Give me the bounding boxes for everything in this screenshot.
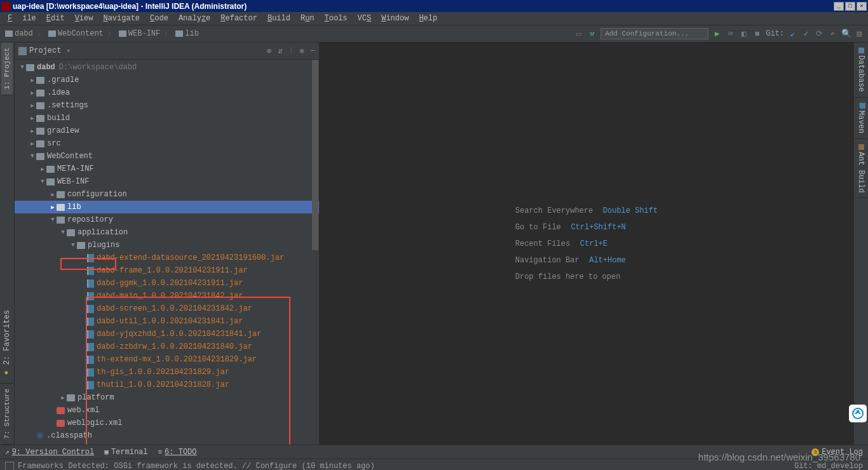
tree-folder-platform[interactable]: ▶platform — [15, 391, 319, 404]
crumb-webcontent[interactable]: WebContent — [47, 29, 105, 38]
tab-todo[interactable]: ≡ 6: TODO — [158, 448, 196, 457]
vcs-update-icon[interactable]: ↙ — [788, 29, 797, 39]
tree-jar[interactable]: dabd-frame_1.0.0.202104231911.jar — [15, 264, 319, 277]
tree-file-webxml[interactable]: web.xml — [15, 404, 319, 417]
menu-vcs[interactable]: VCS — [353, 13, 377, 24]
welcome-search-key: Double Shift — [603, 206, 658, 215]
tree-folder-lib[interactable]: ▶lib — [15, 201, 319, 213]
tab-structure[interactable]: 7: Structure — [1, 384, 13, 445]
tree-folder-repository[interactable]: ▼repository — [15, 213, 319, 226]
tree-root[interactable]: ▼dabdD:\workspace\dabd — [15, 61, 319, 74]
toolwindow-toggle-icon[interactable] — [5, 462, 14, 471]
menu-run[interactable]: Run — [295, 13, 320, 24]
menu-tools[interactable]: Tools — [320, 13, 353, 24]
tree-folder-gradlew[interactable]: ▶gradlew — [15, 124, 319, 137]
left-tool-stripe: 1: Project ★ 2: Favorites 7: Structure — [0, 43, 15, 445]
tree-jar[interactable]: dabd-screen_1.0.0.202104231842.jar — [15, 302, 319, 315]
menu-edit[interactable]: Edit — [41, 13, 70, 24]
crumb-dabd[interactable]: dabd — [4, 29, 34, 38]
tree-folder-webinf[interactable]: ▼WEB-INF — [15, 175, 319, 188]
close-button[interactable]: × — [857, 2, 867, 11]
run-configuration-selector[interactable]: Add Configuration... — [600, 28, 709, 39]
tree-folder-gradle[interactable]: ▶.gradle — [15, 74, 319, 86]
menubar: File Edit View Navigate Code Analyze Ref… — [0, 12, 868, 25]
app-icon — [1, 2, 10, 11]
tab-ant[interactable]: Ant Build — [855, 139, 867, 199]
teamviewer-icon[interactable] — [849, 405, 867, 422]
tree-folder-configuration[interactable]: ▶configuration — [15, 188, 319, 201]
tree-jar[interactable]: th-gis_1.0.0.202104231829.jar — [15, 366, 319, 379]
tree-folder-plugins[interactable]: ▼plugins — [15, 239, 319, 252]
welcome-recent-key: Ctrl+E — [580, 239, 607, 248]
tree-jar[interactable]: th-extend-mx_1.0.0.202104231829.jar — [15, 353, 319, 366]
event-log-button[interactable]: 3 Event Log — [811, 448, 863, 457]
hammer-icon[interactable]: ⚒ — [587, 29, 597, 39]
tree-jar[interactable]: dabd-zzbdrw_1.0.0.202104231840.jar — [15, 340, 319, 353]
tree-jar[interactable]: thutil_1.0.0.202104231828.jar — [15, 379, 319, 391]
coverage-icon[interactable]: ◧ — [739, 29, 749, 39]
tree-jar[interactable]: dabd-main_1.0.0.202104231842.jar — [15, 290, 319, 302]
vcs-commit-icon[interactable]: ✓ — [801, 29, 811, 39]
project-view-icon — [18, 47, 27, 55]
menu-analyze[interactable]: Analyze — [173, 13, 215, 24]
tree-jar[interactable]: dabd-yjqxzhdd_1.0.0.202104231841.jar — [15, 328, 319, 340]
menu-window[interactable]: Window — [376, 13, 414, 24]
maximize-button[interactable]: □ — [845, 2, 855, 11]
menu-file[interactable]: File — [3, 13, 41, 24]
tree-folder-metainf[interactable]: ▶META-INF — [15, 163, 319, 175]
stop-icon[interactable]: ■ — [752, 29, 762, 39]
editor-empty-state: Search Everywhere Double Shift Go to Fil… — [320, 43, 853, 445]
tree-file-weblogicxml[interactable]: weblogic.xml — [15, 417, 319, 429]
welcome-nav-key: Alt+Home — [589, 256, 626, 265]
tab-project[interactable]: 1: Project — [1, 43, 13, 95]
tree-scrollbar-thumb[interactable] — [312, 60, 318, 250]
status-bar: Frameworks Detected: OSGi framework is d… — [0, 459, 868, 470]
tab-version-control[interactable]: ↗ 9: Version Control — [5, 448, 94, 457]
menu-help[interactable]: Help — [414, 13, 442, 24]
collapse-all-icon[interactable]: ⇵ — [278, 46, 282, 56]
tab-terminal[interactable]: ▣ Terminal — [104, 448, 147, 457]
menu-navigate[interactable]: Navigate — [98, 13, 145, 24]
menu-view[interactable]: View — [70, 13, 98, 24]
breadcrumb: dabd〉 WebContent〉 WEB-INF〉 lib — [4, 29, 200, 39]
tree-folder-application[interactable]: ▼application — [15, 226, 319, 239]
tree-folder-idea[interactable]: ▶.idea — [15, 86, 319, 99]
project-tree[interactable]: ▼dabdD:\workspace\dabd ▶.gradle ▶.idea ▶… — [15, 60, 319, 445]
tab-database[interactable]: Database — [855, 43, 867, 98]
status-message: Frameworks Detected: OSGi framework is d… — [18, 462, 375, 471]
build-icon[interactable]: ▭ — [574, 29, 583, 39]
crumb-lib[interactable]: lib — [174, 29, 200, 38]
hide-icon[interactable]: — — [311, 46, 315, 55]
tree-jar[interactable]: dabd-ggmk_1.0.0.202104231911.jar — [15, 277, 319, 290]
event-count-badge: 3 — [811, 448, 819, 456]
ide-settings-icon[interactable]: ▤ — [855, 29, 864, 39]
window-title: uap-idea [D:\workspace4\uap-idea] - Inte… — [13, 2, 247, 11]
tree-folder-build[interactable]: ▶build — [15, 112, 319, 124]
tab-maven[interactable]: mMaven — [855, 98, 867, 139]
welcome-recent-label: Recent Files — [515, 239, 570, 248]
menu-build[interactable]: Build — [262, 13, 295, 24]
menu-code[interactable]: Code — [145, 13, 173, 24]
scroll-to-source-icon[interactable]: ⊕ — [267, 46, 271, 56]
tree-folder-settings[interactable]: ▶.settings — [15, 99, 319, 112]
welcome-nav-label: Navigation Bar — [515, 256, 580, 265]
tree-file-classpath[interactable]: .classpath — [15, 429, 319, 442]
crumb-webinf[interactable]: WEB-INF — [118, 29, 161, 38]
tree-jar[interactable]: dabd-extend-datasource_20210423191600.ja… — [15, 252, 319, 264]
git-branch-widget[interactable]: Git: md_develop — [794, 462, 863, 471]
history-icon[interactable]: ⟳ — [815, 29, 824, 39]
tree-folder-webcontent[interactable]: ▼WebContent — [15, 150, 319, 163]
run-icon[interactable]: ▶ — [712, 29, 722, 39]
chevron-down-icon[interactable]: ▾ — [66, 47, 70, 55]
revert-icon[interactable]: ↶ — [828, 29, 837, 39]
minimize-button[interactable]: _ — [834, 2, 844, 11]
tab-favorites[interactable]: ★ 2: Favorites — [1, 305, 13, 384]
tree-folder-src[interactable]: ▶src — [15, 137, 319, 150]
menu-refactor[interactable]: Refactor — [215, 13, 262, 24]
debug-icon[interactable]: ⌨ — [726, 29, 735, 39]
tree-jar[interactable]: dabd-util_1.0.0.202104231841.jar — [15, 315, 319, 328]
window-controls: _ □ × — [834, 2, 867, 11]
gear-icon[interactable]: ✻ — [300, 46, 304, 56]
search-icon[interactable]: 🔍 — [841, 29, 851, 39]
panel-title[interactable]: Project — [29, 46, 61, 55]
